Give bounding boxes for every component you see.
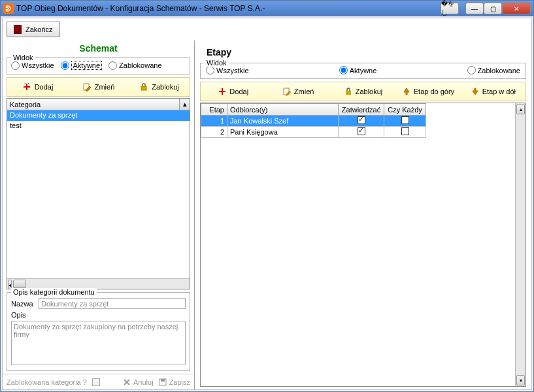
list-item[interactable]: test: [7, 121, 190, 131]
minimize-button[interactable]: —: [465, 3, 484, 14]
svg-rect-5: [141, 86, 146, 90]
radio-blocked[interactable]: Zablokowane: [108, 61, 161, 70]
bottom-bar: Zablokowana kategoria ? Anuluj Zapisz: [3, 374, 194, 389]
arrow-up-icon: [402, 87, 411, 96]
col-odbiorca[interactable]: Odbiorca(y): [227, 104, 339, 116]
app-icon: [3, 3, 14, 14]
list-header[interactable]: Kategoria ▴: [7, 99, 190, 110]
blocked-label: Zablokowana kategoria ?: [7, 378, 87, 386]
stages-table-area: Etap Odbiorca(y) Zatwierdzać Czy Każdy 1…: [200, 103, 526, 387]
arrow-down-icon: [471, 87, 480, 96]
lock-icon: [139, 82, 148, 91]
door-icon: [14, 25, 22, 34]
col-etap[interactable]: Etap: [201, 104, 227, 116]
maximize-button[interactable]: ▢: [484, 3, 502, 14]
cancel-icon: [123, 378, 131, 386]
close-button[interactable]: ✕: [502, 3, 531, 14]
category-list: Kategoria ▴ Dokumenty za sprzęt test ◂: [7, 98, 190, 289]
list-item[interactable]: Dokumenty za sprzęt: [7, 110, 190, 121]
right-panel: Etapy Widok Wszystkie Aktywne Zablokowan…: [195, 41, 531, 389]
left-panel: Schemat Widok Wszystkie Aktywne Zablokow…: [3, 41, 195, 389]
lock-icon: [344, 87, 353, 96]
plus-icon: [218, 87, 227, 96]
edit-icon: [282, 87, 292, 96]
app-window: TOP Obieg Dokumentów - Konfiguracja Sche…: [0, 0, 534, 392]
blocked-checkbox[interactable]: [92, 378, 100, 386]
edit-icon: [82, 82, 92, 91]
window-title: TOP Obieg Dokumentów - Konfiguracja Sche…: [16, 4, 437, 13]
save-button[interactable]: Zapisz: [159, 378, 190, 386]
finish-label: Zakończ: [25, 25, 53, 33]
left-action-bar: Dodaj Zmień Zablokuj: [7, 77, 190, 97]
cancel-button[interactable]: Anuluj: [123, 378, 154, 386]
r-add-button[interactable]: Dodaj: [201, 82, 265, 101]
stages-table[interactable]: Etap Odbiorca(y) Zatwierdzać Czy Każdy 1…: [201, 103, 515, 386]
cell-odbiorca: Pani Księgowa: [227, 127, 339, 138]
details-box: Opis kategorii dokumentu Nazwa Opis: [7, 292, 190, 371]
r-edit-button[interactable]: Zmień: [265, 82, 330, 101]
desc-field[interactable]: [11, 321, 186, 365]
finish-button[interactable]: Zakończ: [7, 22, 60, 37]
cell-odbiorca: Jan Kowalski Szef: [227, 116, 339, 127]
r-block-button[interactable]: Zablokuj: [331, 82, 395, 101]
left-view-group: Widok Wszystkie Aktywne Zablokowane: [7, 57, 190, 74]
cell-etap: 1: [201, 116, 227, 127]
help-button[interactable]: �をし: [441, 3, 459, 14]
cell-zatw[interactable]: [339, 116, 384, 127]
titlebar[interactable]: TOP Obieg Dokumentów - Konfiguracja Sche…: [1, 1, 533, 16]
right-view-group: Widok Wszystkie Aktywne Zablokowane: [200, 63, 526, 79]
list-body[interactable]: Dokumenty za sprzęt test: [7, 110, 190, 278]
svg-rect-9: [161, 379, 165, 382]
titlebar-buttons: �をし — ▢ ✕: [437, 3, 531, 14]
col-czy-kazdy[interactable]: Czy Każdy: [384, 104, 426, 116]
svg-rect-13: [346, 91, 351, 95]
r-radio-active[interactable]: Aktywne: [339, 66, 377, 74]
right-view-legend: Widok: [205, 59, 229, 67]
r-radio-all[interactable]: Wszystkie: [206, 66, 249, 74]
save-icon: [159, 378, 167, 386]
radio-all[interactable]: Wszystkie: [11, 61, 54, 70]
cell-etap: 2: [201, 127, 227, 138]
col-zatwierdzac[interactable]: Zatwierdzać: [339, 104, 384, 116]
scroll-thumb[interactable]: [13, 280, 26, 288]
plus-icon: [22, 82, 31, 91]
block-button[interactable]: Zablokuj: [129, 78, 190, 96]
cell-kazdy[interactable]: [384, 127, 426, 138]
vertical-scrollbar[interactable]: ▴ ▾: [515, 103, 526, 386]
r-radio-blocked[interactable]: Zablokowane: [467, 66, 520, 74]
stage-down-button[interactable]: Etap w dół: [461, 82, 526, 101]
cell-kazdy[interactable]: [384, 116, 426, 127]
table-row[interactable]: 2Pani Księgowa: [201, 127, 426, 138]
stage-up-button[interactable]: Etap do góry: [395, 82, 460, 101]
etapy-title: Etapy: [197, 43, 529, 61]
radio-active[interactable]: Aktywne: [61, 61, 103, 70]
name-field[interactable]: [39, 298, 186, 309]
add-button[interactable]: Dodaj: [7, 78, 68, 96]
svg-line-3: [28, 83, 29, 84]
name-label: Nazwa: [11, 300, 39, 308]
desc-label: Opis: [11, 311, 39, 319]
left-view-legend: Widok: [11, 54, 35, 61]
svg-line-2: [24, 83, 25, 84]
cell-zatw[interactable]: [339, 127, 384, 138]
right-action-bar: Dodaj Zmień Zablokuj Etap do góry: [200, 82, 526, 101]
main-split: Schemat Widok Wszystkie Aktywne Zablokow…: [3, 41, 531, 389]
edit-button[interactable]: Zmień: [68, 78, 129, 96]
scroll-up-icon[interactable]: ▴: [516, 104, 525, 114]
header-scroll-icon[interactable]: ▴: [179, 99, 190, 110]
horizontal-scrollbar[interactable]: ◂: [7, 278, 190, 289]
details-legend: Opis kategorii dokumentu: [11, 288, 97, 296]
content-area: Zakończ Schemat Widok Wszystkie Aktywne …: [2, 18, 532, 390]
scroll-down-icon[interactable]: ▾: [516, 375, 525, 385]
table-row[interactable]: 1Jan Kowalski Szef: [201, 116, 426, 127]
top-toolbar: Zakończ: [3, 18, 531, 41]
